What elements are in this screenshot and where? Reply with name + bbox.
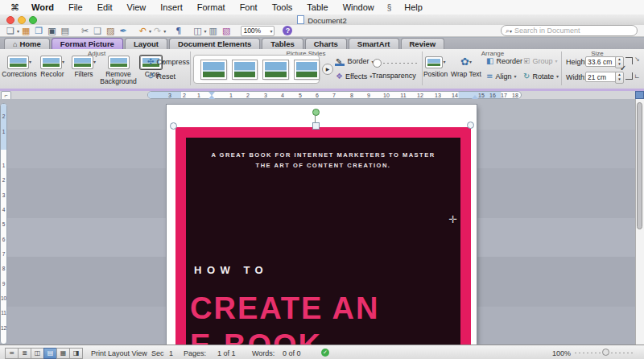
- search-box[interactable]: ⌕ ▾: [501, 25, 638, 36]
- picture-style-3[interactable]: [263, 60, 288, 79]
- menu-format[interactable]: Format: [190, 2, 233, 12]
- print-button[interactable]: ▤: [59, 26, 72, 36]
- document-workspace[interactable]: 21123456789101112 A GREAT BOOK FOR INTER…: [0, 99, 644, 345]
- ebook-cover-image[interactable]: A GREAT BOOK FOR INTERNET MARKETERS TO M…: [175, 127, 471, 345]
- new-document-button[interactable]: ❏: [4, 26, 17, 36]
- tab-tables[interactable]: Tables: [262, 38, 303, 49]
- filters-button[interactable]: ▾ Filters: [68, 55, 99, 78]
- show-marks-button[interactable]: ¶: [173, 26, 184, 36]
- tab-charts[interactable]: Charts: [305, 38, 347, 49]
- zoom-slider-thumb[interactable]: [602, 349, 609, 356]
- top-right-handle[interactable]: [467, 122, 474, 129]
- rotate-button[interactable]: ↻Rotate▾: [523, 72, 559, 80]
- top-left-handle[interactable]: [170, 122, 177, 130]
- media-browser-button[interactable]: ▧: [220, 26, 233, 36]
- menu-help[interactable]: Help: [397, 2, 430, 12]
- columns-button[interactable]: ◫: [191, 26, 204, 36]
- compress-button[interactable]: ✣Compress: [147, 57, 189, 66]
- status-zoom-value: 100%: [552, 349, 571, 357]
- tab-review[interactable]: Review: [401, 38, 445, 49]
- menu-tools[interactable]: Tools: [265, 2, 300, 12]
- home-icon: ⌂: [13, 40, 17, 48]
- menu-word[interactable]: Word: [24, 2, 61, 12]
- menu-table[interactable]: Table: [299, 2, 335, 12]
- ruler-toggle-button[interactable]: [635, 91, 644, 99]
- filters-icon: [72, 56, 93, 69]
- search-input[interactable]: [512, 27, 633, 35]
- spelling-status-icon[interactable]: ✓: [321, 349, 329, 357]
- tab-home[interactable]: ⌂Home: [4, 38, 50, 49]
- height-input[interactable]: [585, 56, 617, 67]
- wrap-text-button[interactable]: ✿▾ Wrap Text: [448, 55, 484, 78]
- horizontal-ruler[interactable]: 321123456789101112131415161718: [147, 91, 522, 99]
- copy-button[interactable]: ❑: [91, 26, 104, 36]
- remove-background-button[interactable]: Remove Background: [98, 55, 138, 85]
- menu-file[interactable]: File: [61, 2, 90, 12]
- recolor-button[interactable]: ▾ Recolor: [36, 55, 68, 78]
- reorder-button[interactable]: ◧Reorder▾: [486, 56, 527, 65]
- pages-value[interactable]: 1 of 1: [217, 349, 236, 357]
- menu-view[interactable]: View: [120, 2, 154, 12]
- cut-button[interactable]: ✂: [79, 26, 91, 36]
- outline-view-button[interactable]: ≣: [18, 348, 31, 359]
- position-button[interactable]: ▾ Position: [423, 55, 448, 78]
- checkmark-icon: ✓: [620, 64, 626, 72]
- applescript-menu-icon[interactable]: §: [382, 3, 398, 12]
- cover-subtitle: HOW TO: [194, 264, 268, 276]
- apple-menu-icon[interactable]: ⌘: [0, 2, 24, 13]
- corrections-icon: [7, 56, 29, 69]
- align-button[interactable]: ≡Align▾: [486, 72, 516, 80]
- vertical-scrollbar-thumb[interactable]: [637, 102, 642, 229]
- picture-style-4[interactable]: [295, 60, 320, 79]
- zoom-value: 100%: [243, 27, 261, 35]
- tab-smartart[interactable]: SmartArt: [349, 38, 399, 49]
- paste-button[interactable]: ▨: [104, 26, 117, 36]
- effects-button[interactable]: ❖Effects▾: [336, 72, 372, 80]
- lock-aspect-ratio-checkbox[interactable]: ✓: [620, 57, 633, 80]
- open-button[interactable]: ❐: [32, 26, 45, 36]
- zoom-select[interactable]: 100%▾: [241, 26, 275, 36]
- reset-button[interactable]: ↺Reset: [147, 72, 175, 80]
- rotation-handle[interactable]: [312, 109, 320, 116]
- width-input[interactable]: [585, 72, 617, 82]
- ribbon-corner-icon: ∟: [634, 73, 640, 80]
- redo-button[interactable]: ↷: [151, 26, 163, 36]
- transparency-slider[interactable]: [373, 59, 419, 67]
- ruler-number: 10: [1, 295, 6, 301]
- words-value[interactable]: 0 of 0: [283, 349, 301, 357]
- tab-layout[interactable]: Layout: [125, 38, 167, 49]
- ruler-number: 1: [1, 129, 6, 134]
- help-button[interactable]: ?: [283, 26, 292, 35]
- gallery-button[interactable]: ▦: [19, 26, 32, 36]
- more-styles-button[interactable]: ▶: [322, 64, 333, 75]
- menu-font[interactable]: Font: [233, 2, 265, 12]
- tab-document-elements[interactable]: Document Elements: [169, 38, 260, 49]
- border-button[interactable]: ✎Border▾: [336, 56, 374, 66]
- focus-view-button[interactable]: ◨: [69, 348, 83, 359]
- draft-view-button[interactable]: ≡: [5, 348, 19, 359]
- redo-dropdown-icon: ▾: [163, 28, 166, 34]
- menu-edit[interactable]: Edit: [90, 2, 120, 12]
- picture-style-1[interactable]: [201, 60, 226, 79]
- ribbon-resize-icon[interactable]: ↘: [634, 56, 640, 63]
- rotation-handle-stem: [315, 115, 316, 122]
- document-page[interactable]: A GREAT BOOK FOR INTERNET MARKETERS TO M…: [167, 105, 477, 345]
- menu-window[interactable]: Window: [336, 2, 382, 12]
- undo-button[interactable]: ↶: [137, 26, 149, 36]
- tab-format-picture[interactable]: Format Picture: [52, 38, 123, 49]
- toolbox-button[interactable]: ▥: [207, 26, 220, 36]
- print-layout-view-button[interactable]: ▤: [43, 348, 57, 359]
- notebook-view-button[interactable]: ▦: [56, 348, 70, 359]
- top-center-handle[interactable]: [312, 122, 320, 130]
- vertical-ruler[interactable]: 21123456789101112: [0, 103, 7, 345]
- corrections-button[interactable]: ▾ Corrections: [2, 55, 36, 78]
- ruler-number: 6: [1, 237, 6, 242]
- format-painter-button[interactable]: ✒: [117, 26, 129, 36]
- transparency-slider-thumb[interactable]: [373, 59, 382, 68]
- menu-insert[interactable]: Insert: [153, 2, 190, 12]
- recolor-icon: [40, 56, 62, 69]
- picture-style-2[interactable]: [233, 60, 258, 79]
- save-button[interactable]: ▣: [45, 26, 58, 36]
- publishing-view-button[interactable]: ◫: [31, 348, 44, 359]
- ruler-number: 13: [435, 92, 441, 99]
